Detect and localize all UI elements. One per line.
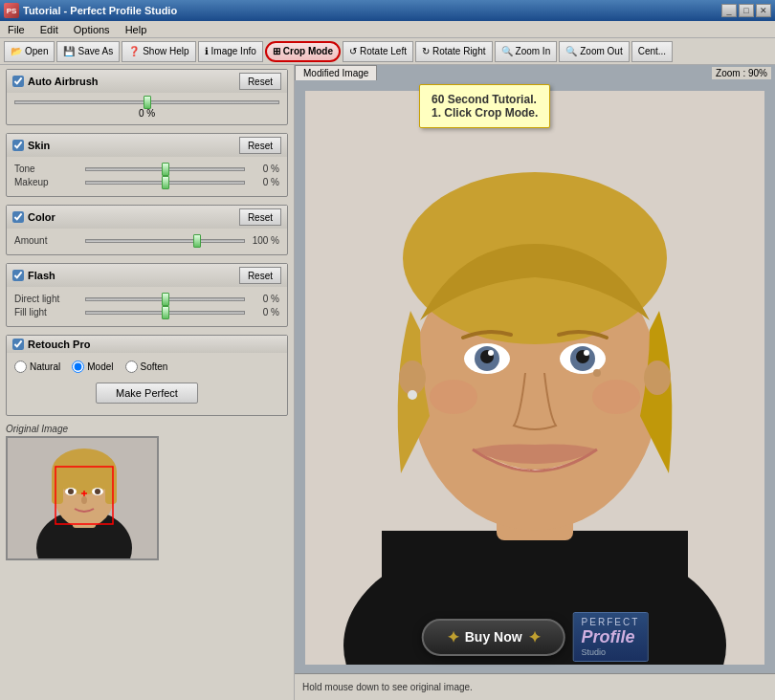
buy-star-right: ✦ bbox=[528, 628, 541, 646]
title-bar: PS Tutorial - Perfect Profile Studio _ □… bbox=[0, 0, 775, 21]
flash-section: Flash Reset Direct light 0 % Fill light bbox=[6, 263, 288, 327]
maximize-button[interactable]: □ bbox=[739, 4, 754, 17]
zoom-out-icon: 🔍 bbox=[565, 46, 577, 56]
auto-airbrush-title: Auto Airbrush bbox=[28, 76, 99, 87]
flash-reset-button[interactable]: Reset bbox=[239, 267, 281, 284]
modified-image-tab[interactable]: Modified Image bbox=[295, 65, 377, 80]
skin-reset-button[interactable]: Reset bbox=[239, 137, 281, 154]
model-radio[interactable]: Model bbox=[72, 361, 113, 373]
skin-checkbox[interactable] bbox=[12, 140, 24, 151]
person-image bbox=[295, 84, 775, 671]
zoom-out-button[interactable]: 🔍 Zoom Out bbox=[559, 41, 629, 62]
show-help-button[interactable]: ❓ Show Help bbox=[122, 41, 195, 62]
help-icon: ❓ bbox=[128, 46, 140, 56]
tone-slider-row: Tone 0 % bbox=[14, 164, 279, 174]
crop-mode-button[interactable]: ⊞ Crop Mode bbox=[265, 41, 341, 62]
amount-label: Amount bbox=[14, 235, 81, 246]
image-info-button[interactable]: ℹ Image Info bbox=[198, 41, 263, 62]
natural-radio-input[interactable] bbox=[14, 361, 27, 373]
makeup-thumb[interactable] bbox=[162, 176, 169, 189]
save-icon: 💾 bbox=[63, 46, 75, 56]
toolbar: 📂 Open 💾 Save As ❓ Show Help ℹ Image Inf… bbox=[0, 38, 775, 65]
tutorial-line2: 1. Click Crop Mode. bbox=[432, 106, 538, 120]
save-as-button[interactable]: 💾 Save As bbox=[56, 41, 120, 62]
tutorial-line1: 60 Second Tutorial. bbox=[432, 93, 538, 106]
auto-airbrush-slider[interactable] bbox=[14, 100, 279, 104]
buy-now-area: ✦ Buy Now ✦ PERFECT Profile Studio bbox=[422, 612, 649, 662]
direct-light-slider[interactable] bbox=[85, 297, 245, 301]
skin-content: Tone 0 % Makeup 0 % bbox=[7, 157, 287, 196]
menu-help[interactable]: Help bbox=[122, 24, 151, 35]
auto-airbrush-thumb[interactable] bbox=[144, 96, 151, 109]
amount-thumb[interactable] bbox=[193, 234, 201, 248]
menu-edit[interactable]: Edit bbox=[36, 24, 62, 35]
rotate-left-button[interactable]: ↺ Rotate Left bbox=[343, 41, 413, 62]
svg-point-22 bbox=[644, 361, 671, 395]
amount-slider-row: Amount 100 % bbox=[14, 235, 279, 246]
flash-header: Flash Reset bbox=[7, 264, 287, 287]
open-button[interactable]: 📂 Open bbox=[4, 41, 55, 62]
model-radio-input[interactable] bbox=[72, 361, 84, 373]
svg-point-31 bbox=[584, 350, 589, 356]
menu-options[interactable]: Options bbox=[70, 24, 114, 35]
color-checkbox[interactable] bbox=[12, 211, 24, 223]
tone-thumb[interactable] bbox=[162, 163, 169, 176]
center-button[interactable]: Cent... bbox=[631, 41, 673, 62]
amount-slider[interactable] bbox=[85, 239, 245, 243]
close-button[interactable]: ✕ bbox=[756, 4, 771, 17]
color-reset-button[interactable]: Reset bbox=[239, 208, 281, 226]
makeup-slider-row: Makeup 0 % bbox=[14, 177, 279, 187]
app-icon: PS bbox=[4, 3, 19, 18]
menu-bar: File Edit Options Help bbox=[0, 21, 775, 38]
model-label: Model bbox=[87, 361, 113, 372]
svg-point-23 bbox=[408, 390, 417, 400]
flash-checkbox[interactable] bbox=[12, 270, 24, 281]
color-content: Amount 100 % bbox=[7, 229, 287, 254]
svg-point-32 bbox=[430, 380, 477, 414]
fill-light-value: 0 % bbox=[249, 307, 279, 317]
brand-studio: Studio bbox=[582, 647, 640, 657]
buy-now-button[interactable]: ✦ Buy Now ✦ bbox=[422, 619, 565, 656]
brand-perfect: PERFECT bbox=[582, 617, 640, 627]
auto-airbrush-header: Auto Airbrush Reset bbox=[7, 70, 287, 93]
rotate-right-button[interactable]: ↻ Rotate Right bbox=[415, 41, 493, 62]
auto-airbrush-reset-button[interactable]: Reset bbox=[239, 73, 281, 90]
zoom-in-button[interactable]: 🔍 Zoom In bbox=[495, 41, 558, 62]
natural-radio[interactable]: Natural bbox=[14, 361, 60, 373]
flash-title: Flash bbox=[28, 270, 55, 281]
color-title: Color bbox=[28, 211, 55, 223]
auto-airbrush-checkbox[interactable] bbox=[12, 76, 24, 87]
svg-point-34 bbox=[593, 369, 601, 377]
main-container: Auto Airbrush Reset 0 % Skin Re bbox=[0, 65, 775, 700]
fill-light-thumb[interactable] bbox=[162, 306, 169, 319]
soften-radio[interactable]: Soften bbox=[125, 361, 168, 373]
soften-label: Soften bbox=[141, 361, 168, 372]
thumbnail-image bbox=[6, 436, 159, 560]
svg-rect-5 bbox=[52, 470, 63, 504]
makeup-slider[interactable] bbox=[85, 181, 245, 185]
auto-airbrush-section: Auto Airbrush Reset 0 % bbox=[6, 69, 288, 125]
tone-label: Tone bbox=[14, 164, 81, 174]
window-title: Tutorial - Perfect Profile Studio bbox=[23, 5, 177, 16]
fill-light-slider[interactable] bbox=[85, 311, 245, 315]
direct-light-value: 0 % bbox=[249, 294, 279, 304]
original-image-label: Original Image bbox=[6, 424, 288, 434]
auto-airbrush-value: 0 % bbox=[14, 108, 279, 119]
menu-file[interactable]: File bbox=[4, 24, 29, 35]
svg-point-21 bbox=[399, 361, 426, 395]
tone-slider[interactable] bbox=[85, 167, 245, 171]
buy-star-left: ✦ bbox=[447, 628, 459, 646]
make-perfect-button[interactable]: Make Perfect bbox=[96, 383, 198, 404]
retouch-pro-title: Retouch Pro bbox=[28, 339, 90, 350]
svg-point-30 bbox=[488, 350, 494, 356]
person-svg bbox=[305, 91, 764, 665]
brand-profile: Profile bbox=[582, 627, 640, 647]
retouch-pro-checkbox[interactable] bbox=[12, 339, 24, 350]
retouch-pro-section: Retouch Pro Natural Model Soften bbox=[6, 335, 288, 416]
minimize-button[interactable]: _ bbox=[721, 4, 737, 17]
direct-light-thumb[interactable] bbox=[162, 293, 169, 306]
tone-value: 0 % bbox=[249, 164, 279, 174]
makeup-value: 0 % bbox=[249, 177, 279, 187]
soften-radio-input[interactable] bbox=[125, 361, 138, 373]
tutorial-tooltip: 60 Second Tutorial. 1. Click Crop Mode. bbox=[419, 84, 550, 128]
